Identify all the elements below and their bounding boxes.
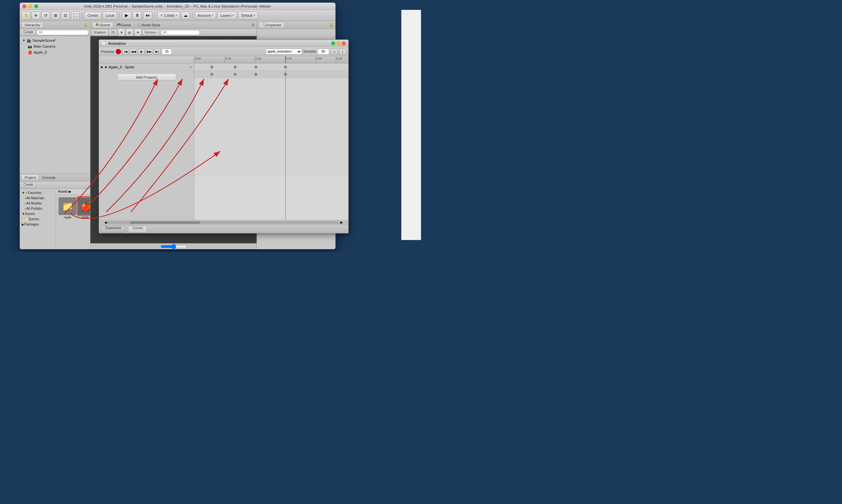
anim-yellow-btn[interactable] (337, 41, 340, 46)
keyframe-0-row2[interactable] (210, 72, 213, 76)
scene-zoom-slider[interactable] (161, 245, 187, 248)
tab-hierarchy[interactable]: Hierarchy (22, 22, 43, 28)
keyframe-2-row2[interactable] (254, 72, 257, 76)
tab-game[interactable]: 🎮 Game (114, 22, 133, 28)
main-camera-item[interactable]: 📷 Main Camera (20, 43, 90, 49)
tab-inspector[interactable]: 🔍 Inspector (259, 22, 284, 28)
pause-btn[interactable]: ⏸ (132, 12, 142, 19)
goto-start-btn[interactable]: |◀ (122, 49, 129, 55)
tab-scene[interactable]: 🎭 Scene (92, 22, 113, 28)
asset-apple-folder[interactable]: 📁 Apple (58, 197, 76, 219)
default-chevron: ▾ (254, 14, 255, 17)
apple-object-item[interactable]: 🍎 Apple_0 (20, 49, 90, 55)
lighting-btn[interactable]: ☀ (118, 29, 125, 36)
local-btn[interactable]: Local (103, 12, 117, 19)
inspector-tab-label: Inspector (266, 23, 281, 27)
all-models-item[interactable]: ○ All Models (20, 201, 56, 206)
scrollbar-thumb[interactable] (130, 221, 200, 224)
tab-asset-store[interactable]: 🛒 Asset Store (134, 22, 163, 28)
scene-lock[interactable]: ⊞ (252, 23, 255, 27)
shading-dropdown[interactable]: Shaded ▾ (92, 30, 108, 36)
scrollbar-track[interactable] (107, 221, 340, 224)
center-btn[interactable]: Center (85, 12, 101, 19)
packages-item[interactable]: ▶ Packages (20, 221, 56, 227)
next-frame-btn[interactable]: ▶▶ (146, 49, 153, 55)
hierarchy-create-btn[interactable]: Create (21, 30, 36, 35)
assets-tree-item[interactable]: ▼ Assets (20, 211, 56, 216)
effects-btn[interactable]: ✦ (134, 29, 141, 36)
empty-timeline-area[interactable] (194, 78, 348, 177)
dopesheet-btn[interactable]: Dopesheet (101, 226, 125, 232)
all-prefabs-item[interactable]: ○ All Prefabs (20, 206, 56, 211)
keyframe-3-row1[interactable] (284, 65, 287, 69)
track-expand-icon[interactable]: ▶ (101, 66, 103, 69)
tab-console[interactable]: Console (39, 175, 58, 180)
scenes-item[interactable]: 📁 Scenes (20, 216, 56, 221)
sep1 (82, 12, 82, 19)
project-tree: ▼ ★ Favorites ○ All Materials ○ All Mode… (20, 189, 56, 249)
anim-right-timeline[interactable]: 0:00 0:05 0:10 0:15 0:20 0:25 (194, 56, 348, 220)
keyframe-0-row1[interactable] (210, 65, 213, 69)
keyframe-row-2 (194, 71, 348, 78)
project-create-btn[interactable]: Create (21, 182, 36, 188)
hierarchy-tab-label: Hierarchy (25, 23, 40, 27)
scene-tab-icon: 🎭 (95, 23, 100, 27)
anim-left-tracks: ▶ ◈ Apple_0 : Sprite Add Property (99, 56, 194, 220)
collab-btn[interactable]: ✓ Collab ▾ (157, 12, 180, 19)
rotate-tool-btn[interactable]: ↺ (41, 12, 50, 19)
play-btn[interactable]: ▶ (122, 12, 131, 19)
layers-dropdown[interactable]: Layers ▾ (217, 12, 237, 19)
scroll-right-btn[interactable]: ▶ (340, 221, 343, 224)
camera-icon: 📷 (28, 44, 32, 49)
scale-tool-btn[interactable]: ⊞ (51, 12, 60, 19)
curves-btn[interactable]: Curves (128, 226, 147, 232)
tab-project[interactable]: Project (22, 175, 39, 180)
play-anim-btn[interactable]: ▶ (138, 49, 145, 55)
samples-field[interactable] (317, 49, 329, 55)
add-property-btn[interactable]: Add Property (117, 73, 176, 80)
scene-item[interactable]: ▼ 🎬 SampleScene* (20, 37, 90, 43)
scene-search[interactable] (161, 30, 200, 35)
record-btn[interactable] (116, 49, 121, 54)
account-dropdown[interactable]: Account ▾ (195, 12, 216, 19)
hand-tool-btn[interactable]: ✋ (22, 12, 30, 19)
anim-green-btn[interactable] (331, 41, 335, 46)
cloud-btn[interactable]: ☁ (181, 12, 190, 19)
title-bar: Unity 2018.4.28f1 Personal – SampleScene… (20, 3, 336, 10)
asset-apple-0[interactable]: 🍎 Apple_0 (78, 197, 90, 219)
hierarchy-search[interactable] (36, 30, 89, 35)
anim-clip-select[interactable]: apple_animation (266, 49, 302, 55)
scenes-label: Scenes (28, 217, 39, 221)
favorites-label: Favorites (28, 191, 41, 195)
maximize-button[interactable] (34, 4, 38, 8)
minimize-button[interactable] (28, 4, 32, 8)
add-event-btn[interactable]: | (339, 49, 346, 55)
transform-tool-btn[interactable]: ⛶ (71, 12, 79, 19)
keyframe-1-row2[interactable] (233, 72, 237, 76)
hierarchy-toolbar: Create (20, 29, 90, 36)
all-materials-item[interactable]: ○ All Materials (20, 195, 56, 201)
project-tab-label: Project (25, 176, 36, 180)
goto-end-btn[interactable]: ▶| (154, 49, 161, 55)
inspector-lock[interactable]: 🔒 (329, 23, 334, 27)
scroll-left-btn[interactable]: ◀ (104, 221, 107, 224)
keyframe-1-row1[interactable] (233, 65, 237, 69)
add-keyframe-btn[interactable]: ◇ (330, 49, 338, 55)
hierarchy-lock[interactable]: 🔒 (84, 23, 88, 27)
gizmos-btn[interactable]: Gizmos ▾ (142, 30, 160, 36)
keyframe-2-row1[interactable] (254, 65, 257, 69)
anim-red-btn[interactable] (342, 41, 346, 46)
scene-arrow: ▼ (22, 39, 25, 42)
anim-toolbar: Preview |◀ ◀◀ ▶ ▶▶ ▶| apple_animation Sa… (99, 47, 348, 56)
step-btn[interactable]: ⏭ (143, 12, 152, 19)
track-keyframe-dot[interactable] (190, 66, 192, 68)
favorites-item[interactable]: ▼ ★ Favorites (20, 190, 56, 195)
prev-frame-btn[interactable]: ◀◀ (130, 49, 137, 55)
move-tool-btn[interactable]: ✛ (32, 12, 40, 19)
default-dropdown[interactable]: Default ▾ (238, 12, 258, 19)
audio-btn[interactable]: 🔊 (126, 29, 133, 36)
view-2d-btn[interactable]: 2D (109, 30, 117, 36)
close-button[interactable] (22, 4, 26, 8)
anim-time-field[interactable] (162, 49, 172, 55)
rect-tool-btn[interactable]: ⊡ (61, 12, 70, 19)
